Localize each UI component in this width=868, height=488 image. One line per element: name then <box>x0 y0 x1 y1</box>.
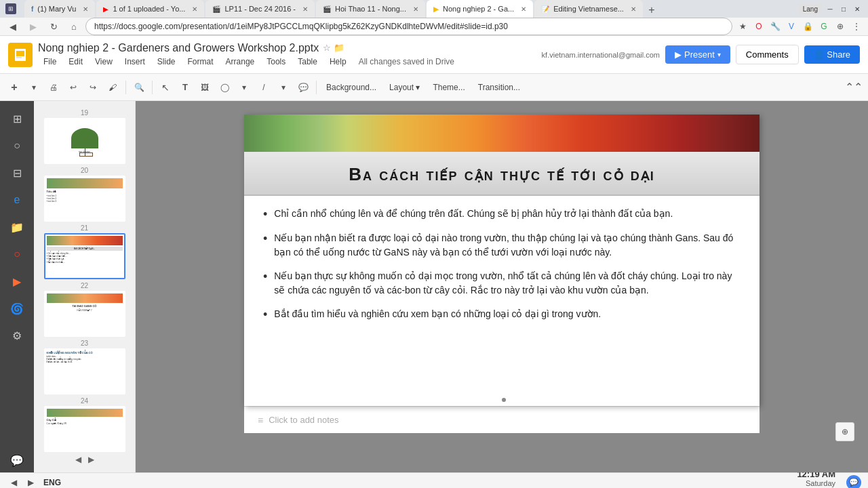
zoom-button[interactable]: 🔍 <box>130 79 148 96</box>
slide-number-20: 20 <box>44 167 125 174</box>
slide-thumb-24[interactable]: 24 Cây Cỏi Con người / Đồng VR <box>44 397 125 452</box>
nav-prev[interactable]: ◀ <box>7 476 21 489</box>
extension-icon-5[interactable]: ⊕ <box>833 19 848 34</box>
menu-insert[interactable]: Insert <box>119 56 151 68</box>
scroll-left[interactable]: ◀ <box>75 455 81 464</box>
theme-button[interactable]: Theme... <box>427 81 470 94</box>
share-button[interactable]: 👤 Share <box>804 45 860 64</box>
opera-icon[interactable]: O <box>751 19 766 34</box>
layout-button[interactable]: Layout ▾ <box>384 81 425 94</box>
toolbar-collapse[interactable]: ⌃⌃ <box>845 79 863 96</box>
tab-lp11[interactable]: 🎬 LP11 - Dec 24 2016 - ✕ <box>205 0 315 18</box>
chat-bubble-button[interactable]: 💬 <box>846 475 861 489</box>
tab-close-6[interactable]: ✕ <box>631 5 636 13</box>
sep-3 <box>316 81 317 94</box>
refresh-button[interactable]: ↻ <box>45 18 62 35</box>
slide-thumb-20[interactable]: 20 Tiêu đề • text line 1• text line 2• t… <box>44 167 125 222</box>
close-button[interactable]: ✕ <box>852 3 863 14</box>
tab-editing[interactable]: 📝 Editing Vietnamese... ✕ <box>534 0 643 18</box>
tab-favicon-2: ▶ <box>103 5 108 13</box>
paint-format-button[interactable]: 🖌 <box>104 79 121 96</box>
comments-toolbar-button[interactable]: 💬 <box>294 79 312 96</box>
bullet-item-3: • Bắt đầu tìm hiểu và nghiên cứu xem bạn… <box>263 307 741 322</box>
tab-close-4[interactable]: ✕ <box>413 5 418 13</box>
tab-youtube[interactable]: ▶ 1 of 1 uploaded - Yo... ✕ <box>96 0 204 18</box>
tab-close-1[interactable]: ✕ <box>83 5 88 13</box>
present-button[interactable]: ▶ Present ▾ <box>665 45 730 64</box>
extension-icon-3[interactable]: 🔒 <box>800 19 815 34</box>
text-button[interactable]: T <box>176 79 194 96</box>
sidebar-search-icon[interactable]: ○ <box>5 134 29 158</box>
extension-icon-2[interactable]: V <box>784 19 799 34</box>
extension-icon-4[interactable]: G <box>816 19 831 34</box>
sidebar-ie-icon[interactable]: e <box>5 188 29 212</box>
slide-thumb-21[interactable]: 21 BA CÁCH TIẾP CẬN... • Chỉ cần nhổ chú… <box>44 224 125 279</box>
menu-format[interactable]: Format <box>182 56 219 68</box>
redo-button[interactable]: ↪ <box>84 79 102 96</box>
maximize-button[interactable]: □ <box>838 3 849 14</box>
cursor-button[interactable]: ↖ <box>157 79 174 96</box>
expand-notes-button[interactable]: ⊕ <box>835 422 854 441</box>
extension-icon-1[interactable]: 🔧 <box>768 19 783 34</box>
toolbar-dropdown-arrow[interactable]: ▾ <box>25 79 43 96</box>
menu-table[interactable]: Table <box>292 56 323 68</box>
tab-nong-nghiep[interactable]: ▶ Nong nghiep 2 - Ga... ✕ <box>427 0 533 18</box>
slide-canvas[interactable]: Ba cách tiếp cận thực tế tới cỏ dại • Ch… <box>244 115 760 406</box>
slide-thumb-19[interactable]: 19 tree diagram <box>44 109 125 164</box>
slide-inner-22: TAI BAO GANS CÓ HỮU NGHIỆP 7 <box>45 292 124 336</box>
print-button[interactable]: 🖨 <box>45 79 62 96</box>
back-button[interactable]: ◀ <box>4 18 22 35</box>
url-bar[interactable]: https://docs.google.com/presentation/d/1… <box>85 18 732 35</box>
slide-thumb-23[interactable]: 23 KHỐI LƯỢNG NGUYÊN TỐ CỦA CÓ table dat… <box>44 340 125 394</box>
new-tab-button[interactable]: + <box>644 3 659 18</box>
menu-view[interactable]: View <box>90 56 118 68</box>
home-button[interactable]: ⌂ <box>65 18 83 35</box>
forward-button[interactable]: ▶ <box>24 18 42 35</box>
shapes-button[interactable]: ◯ <box>216 79 233 96</box>
tab-hoi-thao[interactable]: 🎬 Hoi Thao 11 - Nong... ✕ <box>316 0 425 18</box>
menu-file[interactable]: File <box>38 56 62 68</box>
line-button[interactable]: / <box>255 79 273 96</box>
menu-edit[interactable]: Edit <box>63 56 88 68</box>
bookmark-icon[interactable]: ★ <box>735 19 750 34</box>
undo-button[interactable]: ↩ <box>64 79 82 96</box>
menu-arrange[interactable]: Arrange <box>220 56 260 68</box>
star-icon[interactable]: ☆ <box>323 43 331 53</box>
slide-number-23: 23 <box>44 340 125 347</box>
tab-close-5[interactable]: ✕ <box>521 5 526 13</box>
sidebar-windows-icon[interactable]: ⊞ <box>5 106 29 131</box>
tab-close-3[interactable]: ✕ <box>302 5 308 13</box>
app-title: Nong nghiep 2 - Gardeners and Growers Wo… <box>38 42 536 54</box>
shapes-dropdown[interactable]: ▾ <box>235 79 253 96</box>
folder-icon[interactable]: 📁 <box>334 43 344 53</box>
canvas-area[interactable]: Ba cách tiếp cận thực tế tới cỏ dại • Ch… <box>136 101 868 472</box>
sidebar-task-icon[interactable]: ⊟ <box>5 161 29 185</box>
nav-next[interactable]: ▶ <box>24 476 38 489</box>
tab-mary-vu[interactable]: f (1) Mary Vu ✕ <box>24 0 95 18</box>
sidebar-chat-icon[interactable]: 💬 <box>5 448 29 472</box>
background-button[interactable]: Background... <box>321 81 382 94</box>
menu-icon[interactable]: ⋮ <box>849 19 864 34</box>
bullet-text-2: Nếu bạn thực sự không muốn cỏ dại mọc tr… <box>274 269 741 298</box>
comments-button[interactable]: Comments <box>736 45 799 64</box>
sidebar-chrome-icon[interactable]: ○ <box>5 242 29 266</box>
add-button[interactable]: + <box>5 79 23 96</box>
minimize-button[interactable]: ─ <box>825 3 835 14</box>
sep-2 <box>152 81 153 94</box>
sidebar-settings-icon[interactable]: ⚙ <box>5 323 29 348</box>
scroll-right[interactable]: ▶ <box>88 455 94 464</box>
line-dropdown[interactable]: ▾ <box>275 79 292 96</box>
menu-help[interactable]: Help <box>324 56 352 68</box>
sidebar-folder-icon[interactable]: 📁 <box>5 215 29 239</box>
background-label: Background... <box>326 83 376 92</box>
menu-slide[interactable]: Slide <box>152 56 181 68</box>
tab-close-2[interactable]: ✕ <box>192 5 197 13</box>
image-button[interactable]: 🖼 <box>196 79 214 96</box>
sidebar-media-icon[interactable]: ▶ <box>5 269 29 293</box>
menu-tools[interactable]: Tools <box>261 56 291 68</box>
transition-button[interactable]: Transition... <box>473 81 526 94</box>
sidebar-spin-icon[interactable]: 🌀 <box>5 296 29 321</box>
present-dropdown: ▾ <box>717 51 721 58</box>
notes-area[interactable]: ≡ Click to add notes <box>244 406 760 433</box>
slide-thumb-22[interactable]: 22 TAI BAO GANS CÓ HỮU NGHIỆP 7 <box>44 282 125 337</box>
